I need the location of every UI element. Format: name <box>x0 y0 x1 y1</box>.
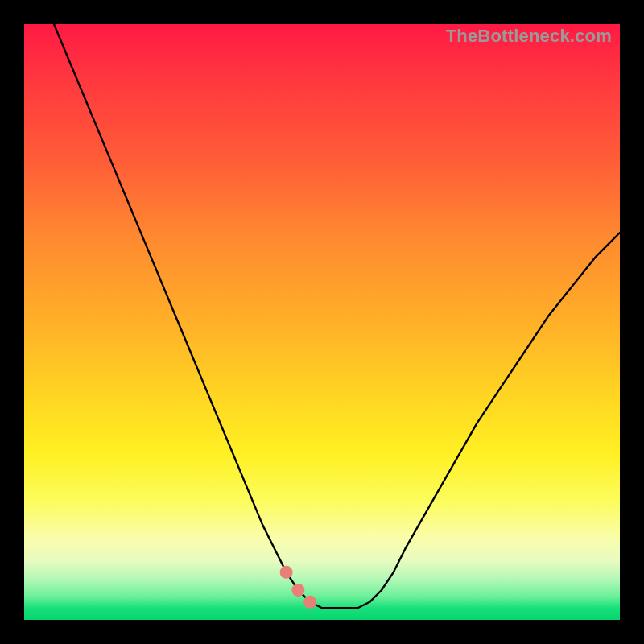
chart-frame: TheBottleneck.com <box>0 0 644 644</box>
marker-dot <box>303 596 316 609</box>
marker-dot <box>291 584 304 597</box>
plot-area: TheBottleneck.com <box>24 24 620 620</box>
bottleneck-curve <box>54 24 620 608</box>
bottleneck-curve-svg <box>24 24 620 620</box>
curve-markers <box>280 548 406 609</box>
marker-dot <box>280 566 293 579</box>
